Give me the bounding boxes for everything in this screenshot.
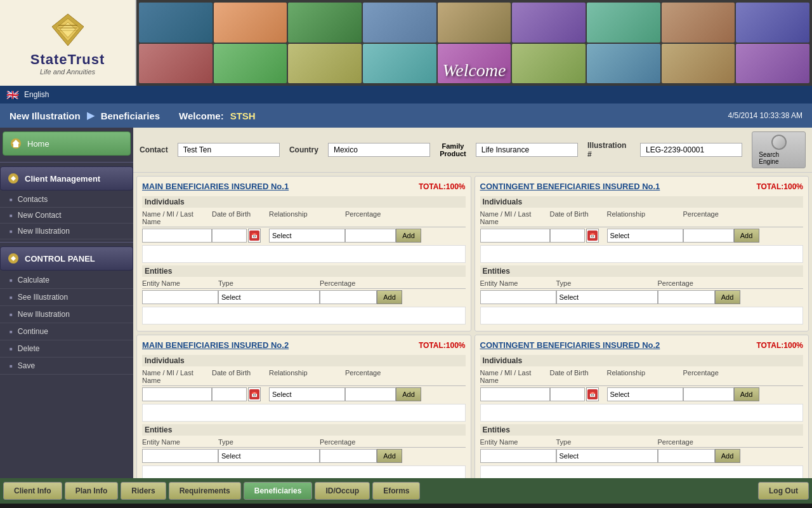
calendar-button-1[interactable]: 📅 — [248, 229, 261, 243]
dob-input-2[interactable] — [212, 387, 247, 401]
entity-name-input-c1[interactable] — [480, 290, 556, 304]
ind-name-input-c2[interactable] — [480, 387, 550, 401]
new-illustration2-button[interactable]: New Illustration — [0, 306, 133, 323]
individuals-empty-row-2 — [142, 404, 466, 422]
add-entity-button-2[interactable]: Add — [377, 449, 402, 463]
continue-label: Continue — [18, 327, 48, 336]
add-individual-button-1[interactable]: Add — [396, 229, 421, 243]
calculate-button[interactable]: Calculate — [0, 272, 133, 289]
ind-name-input-1[interactable] — [142, 229, 212, 243]
entity-name-input-c2[interactable] — [480, 449, 556, 463]
main-bene-insured1-title[interactable]: MAIN BENEFICIARIES INSURED No.1 — [142, 182, 289, 191]
illustration-input[interactable] — [640, 143, 742, 157]
tab-requirements[interactable]: Requirements — [169, 482, 241, 500]
add-entity-button-c2[interactable]: Add — [715, 449, 740, 463]
col-name-c2: Name / MI / Last Name — [480, 369, 550, 384]
percentage-input-c1[interactable] — [683, 229, 734, 243]
col-pct-entity-c2: Percentage — [658, 438, 715, 446]
entity-pct-input-1[interactable] — [320, 290, 377, 304]
logo-area: StateTrust Life and Annuities — [0, 0, 136, 86]
banner-photo-12 — [288, 44, 362, 84]
client-management-label: Client Management — [25, 174, 100, 184]
entities-row-1: Select Add — [142, 289, 466, 305]
relationship-select-1[interactable]: Select — [269, 229, 345, 243]
col-rel-1: Relationship — [269, 210, 345, 225]
ind-name-input-2[interactable] — [142, 387, 212, 401]
relationship-select-c1[interactable]: Select — [607, 229, 683, 243]
tab-id-occup[interactable]: ID/Occup — [315, 482, 370, 500]
entity-type-select-2[interactable]: Select — [218, 449, 320, 463]
col-rel-2: Relationship — [269, 369, 345, 384]
date-field-c2: 📅 — [550, 387, 607, 401]
add-entity-button-1[interactable]: Add — [377, 290, 402, 304]
logo-text: StateTrust — [30, 51, 105, 68]
contact-input[interactable] — [178, 143, 280, 157]
tab-client-info[interactable]: Client Info — [3, 482, 62, 500]
tab-riders[interactable]: Riders — [121, 482, 166, 500]
entity-pct-input-2[interactable] — [320, 449, 377, 463]
family-product-input[interactable] — [476, 143, 578, 157]
ind-name-input-c1[interactable] — [480, 229, 550, 243]
add-individual-button-c2[interactable]: Add — [734, 387, 759, 401]
percentage-input-2[interactable] — [345, 387, 396, 401]
calculate-label: Calculate — [18, 276, 49, 284]
control-panel-header[interactable]: CONTROL PANEL — [0, 246, 133, 271]
add-entity-button-c1[interactable]: Add — [715, 290, 740, 304]
add-individual-button-c1[interactable]: Add — [734, 229, 759, 243]
col-entity-c1: Entity Name — [480, 279, 556, 287]
entity-type-select-c2[interactable]: Select — [556, 449, 658, 463]
country-input[interactable] — [328, 143, 430, 157]
tab-plan-info[interactable]: Plan Info — [65, 482, 119, 500]
flag-icon: 🇬🇧 — [6, 89, 19, 101]
logout-button[interactable]: Log Out — [758, 482, 809, 500]
sidebar-item-new-illustration[interactable]: New Illustration — [0, 224, 133, 239]
sidebar-item-contacts[interactable]: Contacts — [0, 192, 133, 208]
contingent-bene-insured1-title[interactable]: CONTINGENT BENEFICIARIES INSURED No.1 — [480, 182, 660, 191]
entity-pct-input-c2[interactable] — [658, 449, 715, 463]
banner-photo-5 — [438, 3, 511, 43]
contingent-bene-insured2-title[interactable]: CONTINGENT BENEFICIARIES INSURED No.2 — [480, 340, 660, 350]
entities-label-1: Entities — [142, 265, 466, 277]
delete-button[interactable]: Delete — [0, 340, 133, 358]
percentage-input-1[interactable] — [345, 229, 396, 243]
individuals-row-1: 📅 Select Add — [142, 227, 466, 244]
tab-beneficiaries[interactable]: Beneficiaries — [244, 482, 313, 500]
home-button[interactable]: Home — [3, 131, 131, 156]
dob-input-1[interactable] — [212, 229, 247, 243]
entities-empty-row-c1 — [480, 307, 804, 324]
new-illustration-sidebar-label: New Illustration — [18, 227, 70, 236]
main-bene-insured2-title[interactable]: MAIN BENEFICIARIES INSURED No.2 — [142, 340, 289, 350]
relationship-select-2[interactable]: Select — [269, 387, 345, 401]
add-individual-button-2[interactable]: Add — [396, 387, 421, 401]
col-entity-2: Entity Name — [142, 438, 218, 446]
entities-row-2: Select Add — [142, 448, 466, 464]
col-name-1: Name / MI / Last Name — [142, 210, 212, 225]
client-management-header[interactable]: Client Management — [0, 166, 133, 190]
continue-button[interactable]: Continue — [0, 323, 133, 340]
entity-pct-input-c1[interactable] — [658, 290, 715, 304]
col-dob-c2: Date of Birth — [550, 369, 607, 384]
calendar-button-2[interactable]: 📅 — [248, 387, 261, 401]
date-field-c1: 📅 — [550, 229, 607, 243]
entity-type-select-c1[interactable]: Select — [556, 290, 658, 304]
entities-label-c1: Entities — [480, 265, 804, 277]
percentage-input-c2[interactable] — [683, 387, 734, 401]
calendar-button-c1[interactable]: 📅 — [586, 229, 599, 243]
calendar-button-c2[interactable]: 📅 — [586, 387, 599, 401]
see-illustration-button[interactable]: See Illustration — [0, 289, 133, 306]
contacts-label: Contacts — [18, 195, 48, 204]
entity-name-input-1[interactable] — [142, 290, 218, 304]
entity-type-select-1[interactable]: Select — [218, 290, 320, 304]
relationship-select-c2[interactable]: Select — [607, 387, 683, 401]
individuals-header-c1: Name / MI / Last Name Date of Birth Rela… — [480, 209, 804, 227]
tab-eforms[interactable]: Eforms — [372, 482, 420, 500]
save-button[interactable]: Save — [0, 358, 133, 375]
dob-input-c2[interactable] — [550, 387, 585, 401]
dob-input-c1[interactable] — [550, 229, 585, 243]
main-bene-insured1-total: TOTAL:100% — [419, 182, 466, 191]
search-engine-button[interactable]: Search Engine — [752, 131, 806, 168]
entity-name-input-2[interactable] — [142, 449, 218, 463]
banner-photo-1 — [139, 3, 213, 43]
sidebar-item-new-contact[interactable]: New Contact — [0, 208, 133, 224]
banner-photo-18 — [736, 44, 809, 84]
